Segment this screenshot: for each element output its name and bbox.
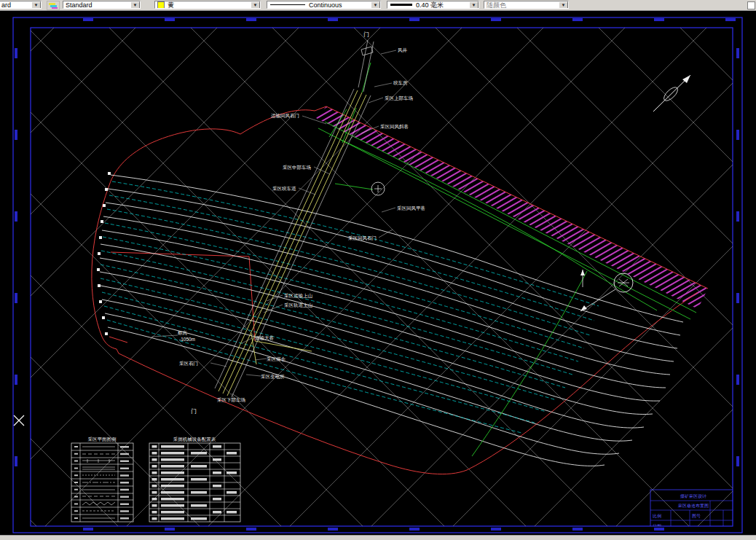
docked-toolbar-fragment [747, 1, 755, 9]
label-return-air-level: 采区回风平巷 [397, 206, 425, 211]
color-value: 黄 [168, 1, 174, 9]
plotstyle-combo: 随颜色 ▼ [484, 1, 569, 9]
layer-combo-value: ard [0, 1, 11, 9]
label-district-crosscut: 采区石门 [179, 361, 198, 366]
color-combo[interactable]: 黄 ▼ [154, 1, 261, 9]
label-upper-yard: 采区上部车场 [385, 95, 413, 101]
label-substation: 采区变电所 [261, 374, 285, 380]
equipment-table-title: 采掘机械设备配置表 [173, 437, 216, 442]
portal-symbol-bottom: 门 [191, 408, 197, 415]
label-elevation-2: -1050m [179, 337, 195, 342]
label-main-haulage: 运输大巷 [255, 335, 274, 341]
linetype-arrow-icon[interactable]: ▼ [371, 1, 380, 9]
layer-combo[interactable]: ard ▼ [0, 1, 42, 9]
color-combo-arrow-icon[interactable]: ▼ [251, 1, 260, 9]
lineweight-arrow-icon[interactable]: ▼ [469, 1, 479, 9]
label-track-rise: 采区轨道上山 [284, 302, 313, 308]
lineweight-value: 0.40 毫米 [416, 1, 444, 9]
layer-combo-arrow-icon[interactable]: ▼ [31, 1, 41, 9]
linetype-sample-icon [270, 4, 305, 5]
status-strip [0, 535, 756, 540]
label-return-air-crosscut: 运输回风石门 [271, 113, 299, 119]
label-return-air-incline: 采区回风斜巷 [380, 124, 409, 130]
plotstyle-arrow-icon: ▼ [559, 1, 568, 9]
titleblock-cell-scale: 比例 [653, 514, 661, 519]
plotstyle-value: 随颜色 [484, 1, 506, 9]
layers-icon[interactable] [47, 1, 60, 10]
linetype-value: Continuous [309, 1, 342, 9]
cad-window: 风井 绞车房 采区上部车场 运输回风石门 采区回风斜巷 采区中部车场 采区绞车道… [0, 0, 756, 540]
label-middle-yard: 采区中部车场 [283, 165, 311, 171]
titleblock-line1: 煤矿采区设计 [680, 493, 706, 498]
label-lower-yard: 采区下部车场 [217, 397, 245, 403]
legend-table-title: 采区平面图例 [88, 437, 117, 442]
crosshair-cursor [14, 415, 24, 426]
drawing-canvas[interactable]: 风井 绞车房 采区上部车场 运输回风石门 采区回风斜巷 采区中部车场 采区绞车道… [0, 0, 756, 540]
titleblock-cell-no: 图号 [692, 514, 701, 519]
label-transport-rise: 采区运输上山 [284, 293, 313, 299]
lineweight-combo[interactable]: 0.40 毫米 ▼ [387, 1, 479, 9]
text-style-combo[interactable]: Standard ▼ [63, 1, 141, 9]
label-coal-bunker: 采区煤仓 [267, 356, 286, 361]
portal-symbol-top: 门 [363, 31, 369, 38]
label-winch-house: 绞车房 [393, 80, 408, 85]
object-properties-toolbar: ard ▼ Standard ▼ 黄 ▼ Continuous ▼ 0.40 毫… [0, 0, 756, 11]
linetype-combo[interactable]: Continuous ▼ [267, 1, 381, 9]
text-style-value: Standard [63, 1, 92, 9]
label-haulage-incline: 采区绞车道 [272, 186, 296, 191]
label-wind-shaft: 风井 [398, 47, 408, 52]
lineweight-sample-icon [390, 4, 412, 6]
label-district-crosscut-upper: 采区回风石门 [348, 235, 377, 240]
color-swatch [157, 1, 165, 9]
text-style-arrow-icon[interactable]: ▼ [130, 1, 140, 9]
titleblock-line2: 采区巷道布置图 [677, 503, 709, 509]
label-elevation-1: 标高 [177, 330, 188, 336]
